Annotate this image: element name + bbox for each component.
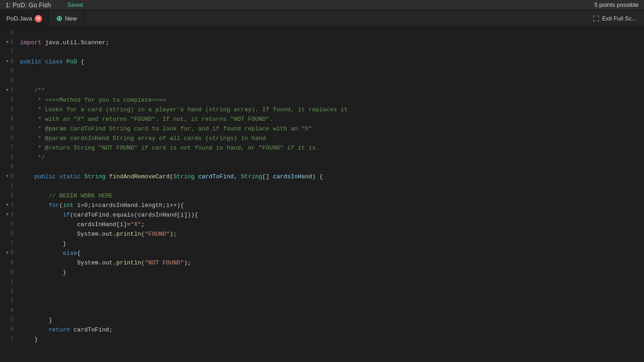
code-line <box>20 162 644 172</box>
line-number: ▼ 3 <box>3 201 14 210</box>
line-num-label: 0 <box>10 172 14 181</box>
line-number: 9 <box>3 258 14 268</box>
fold-arrow[interactable]: ▼ <box>6 57 8 67</box>
tab-new[interactable]: ⊕ New <box>49 10 84 27</box>
line-number: 8 <box>3 153 14 162</box>
line-number: 9 <box>3 67 14 76</box>
code-line <box>20 277 644 287</box>
code-line: System.out.println("NOT FOUND"); <box>20 258 644 268</box>
code-line: public class PoD { <box>20 57 644 67</box>
fold-arrow[interactable]: ▼ <box>6 201 8 210</box>
line-number: 3 <box>3 105 14 114</box>
line-number: 6 <box>3 134 14 143</box>
code-line: * with an "X" and returns "FOUND". If no… <box>20 114 644 124</box>
line-num-label: 3 <box>10 201 14 210</box>
code-line: /** <box>20 86 644 95</box>
line-num-label: 8 <box>10 248 14 258</box>
tab-bar: PoD.Java ✕ ⊕ New ⛶ Exit Full Sc... <box>0 10 644 27</box>
line-num-label: 8 <box>10 57 14 67</box>
code-line <box>20 76 644 86</box>
header-title: 1: PoD: Go Fish <box>5 1 51 9</box>
code-line: public static String findAndRemoveCard(S… <box>20 172 644 181</box>
line-number: 2 <box>3 95 14 105</box>
line-num-label: 8 <box>10 153 14 162</box>
code-editor: 5 ▼ 6 7 ▼ 8 9 0 ▼ 1 2 3 4 5 6 7 8 9 <box>0 27 644 362</box>
code-line: System.out.println("FOUND"); <box>20 229 644 239</box>
line-num-label: 2 <box>10 287 14 296</box>
line-number: 6 <box>3 325 14 335</box>
code-line: */ <box>20 153 644 162</box>
code-line <box>20 67 644 76</box>
header: 1: PoD: Go Fish Saved 5 points possible <box>0 0 644 10</box>
code-line: * @param cardToFind String card to look … <box>20 124 644 134</box>
line-num-label: 7 <box>10 47 14 57</box>
code-line: else{ <box>20 248 644 258</box>
fold-arrow[interactable]: ▼ <box>6 86 8 95</box>
code-line <box>20 296 644 306</box>
exit-full-screen-button[interactable]: ⛶ Exit Full Sc... <box>586 10 644 27</box>
fold-arrow[interactable]: ▼ <box>6 172 8 181</box>
code-line: } <box>20 239 644 248</box>
tab-list: PoD.Java ✕ ⊕ New <box>0 10 84 27</box>
tab-new-label: New <box>65 15 77 22</box>
line-number: 3 <box>3 296 14 306</box>
code-content[interactable]: import java.util.Scanner; public class P… <box>18 27 644 362</box>
code-line <box>20 287 644 296</box>
line-num-label: 2 <box>10 95 14 105</box>
exit-icon: ⛶ <box>593 15 599 22</box>
code-line: cardsInHand[i]="X"; <box>20 220 644 229</box>
line-num-label: 9 <box>10 67 14 76</box>
code-line: // BEGIN WORK HERE <box>20 191 644 201</box>
tab-close-icon[interactable]: ✕ <box>35 15 42 22</box>
header-points: 5 points possible <box>594 1 639 8</box>
code-line: for(int i=0;i<cardsInHand.length;i++){ <box>20 201 644 210</box>
fold-arrow[interactable]: ▼ <box>6 210 8 220</box>
line-number: ▼ 1 <box>3 86 14 95</box>
code-line: return cardToFind; <box>20 325 644 335</box>
plus-icon: ⊕ <box>56 14 62 23</box>
line-num-label: 1 <box>10 86 14 95</box>
line-number: 0 <box>3 76 14 86</box>
line-num-label: 6 <box>10 229 14 239</box>
line-num-label: 5 <box>10 315 14 325</box>
code-line: } <box>20 315 644 325</box>
code-line: * @return String "NOT FOUND" if card is … <box>20 143 644 153</box>
fold-arrow[interactable]: ▼ <box>6 248 8 258</box>
line-num-label: 5 <box>10 124 14 134</box>
line-number: 5 <box>3 315 14 325</box>
line-num-label: 6 <box>10 325 14 335</box>
tab-pod-java[interactable]: PoD.Java ✕ <box>0 10 49 27</box>
line-number: 6 <box>3 229 14 239</box>
line-num-label: 2 <box>10 191 14 201</box>
line-number: 1 <box>3 277 14 287</box>
line-number: 7 <box>3 143 14 153</box>
line-number: ▼ 4 <box>3 210 14 220</box>
line-num-label: 4 <box>10 210 14 220</box>
header-left: 1: PoD: Go Fish Saved <box>5 1 83 9</box>
line-num-label: 5 <box>10 220 14 229</box>
line-num-label: 9 <box>10 258 14 268</box>
line-num-label: 0 <box>10 76 14 86</box>
code-line <box>20 47 644 57</box>
line-num-label: 4 <box>10 114 14 124</box>
code-line: } <box>20 335 644 344</box>
fold-arrow[interactable]: ▼ <box>6 38 8 47</box>
line-num-label: 6 <box>10 38 14 47</box>
code-line: import java.util.Scanner; <box>20 38 644 47</box>
line-number: 9 <box>3 162 14 172</box>
line-number: 2 <box>3 287 14 296</box>
line-num-label: 4 <box>10 306 14 315</box>
line-numbers: 5 ▼ 6 7 ▼ 8 9 0 ▼ 1 2 3 4 5 6 7 8 9 <box>0 27 18 362</box>
line-number: 5 <box>3 220 14 229</box>
line-number: 2 <box>3 191 14 201</box>
tab-label-pod-java: PoD.Java <box>6 15 32 22</box>
line-number: 1 <box>3 181 14 191</box>
code-line: * Looks for a card (string) in a player'… <box>20 105 644 114</box>
code-line <box>20 28 644 38</box>
line-number: 5 <box>3 28 14 38</box>
line-number: 5 <box>3 124 14 134</box>
code-line: if(cardToFind.equals(cardsInHand[i])){ <box>20 210 644 220</box>
line-num-label: 7 <box>10 143 14 153</box>
code-line <box>20 306 644 315</box>
line-num-label: 1 <box>10 181 14 191</box>
